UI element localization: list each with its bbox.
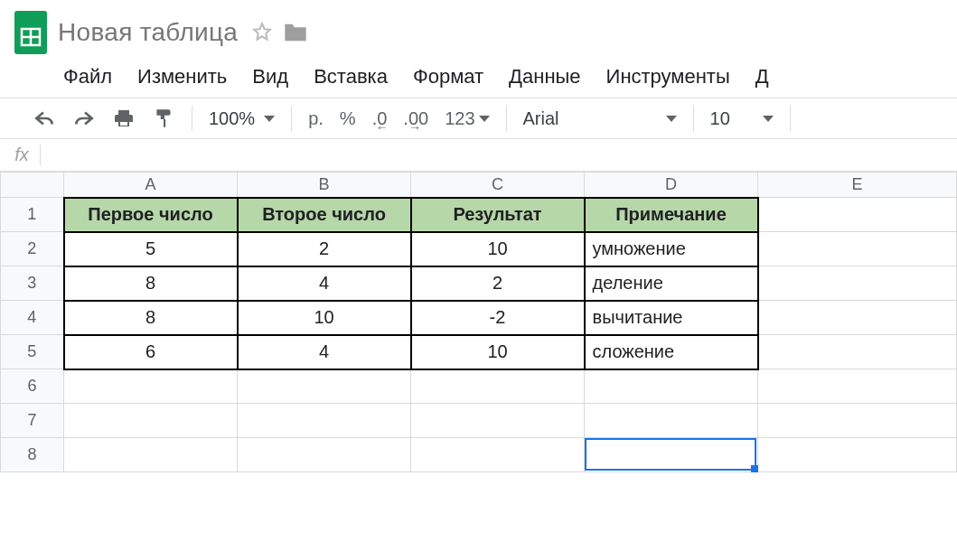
font-family-value: Arial [523, 108, 559, 129]
toolbar-separator [693, 106, 694, 131]
redo-icon[interactable] [72, 108, 96, 128]
cell-C5[interactable]: 10 [411, 335, 585, 369]
cell-D1[interactable]: Примечание [585, 198, 758, 232]
cell-A8[interactable] [64, 438, 238, 472]
dropdown-icon [763, 116, 774, 122]
cell-A7[interactable] [64, 404, 238, 438]
toolbar-separator [192, 106, 192, 131]
cell-A1[interactable]: Первое число [64, 198, 238, 232]
increase-decimal-button[interactable]: .00 → [403, 108, 428, 129]
column-header-B[interactable]: B [238, 173, 411, 198]
cell-D8[interactable] [585, 438, 758, 472]
cell-D5[interactable]: сложение [585, 335, 758, 369]
cell-A6[interactable] [64, 369, 238, 404]
cell-D4[interactable]: вычитание [585, 301, 758, 335]
row-header-5[interactable]: 5 [1, 335, 64, 369]
row-header-7[interactable]: 7 [1, 404, 64, 438]
document-title[interactable]: Новая таблица [58, 18, 238, 47]
cell-A5[interactable]: 6 [64, 335, 238, 369]
font-family-dropdown[interactable]: Arial [523, 108, 677, 129]
paint-format-icon[interactable] [152, 107, 175, 130]
cell-B5[interactable]: 4 [238, 335, 411, 369]
cell-E4[interactable] [758, 301, 957, 335]
cell-E6[interactable] [758, 369, 957, 404]
fx-icon[interactable]: fx [7, 145, 36, 165]
row-header-4[interactable]: 4 [1, 301, 64, 335]
dropdown-icon [479, 116, 490, 122]
column-header-D[interactable]: D [585, 173, 758, 198]
cell-C6[interactable] [411, 369, 585, 404]
cell-B1[interactable]: Второе число [238, 198, 411, 232]
cell-E3[interactable] [758, 266, 957, 301]
select-all-corner[interactable] [1, 173, 64, 198]
menu-edit[interactable]: Изменить [137, 65, 227, 89]
format-percent-button[interactable]: % [340, 108, 356, 129]
cell-E5[interactable] [758, 335, 957, 369]
sheets-logo-icon[interactable] [11, 7, 51, 58]
folder-icon[interactable] [283, 22, 308, 43]
print-icon[interactable] [112, 107, 136, 129]
row-header-6[interactable]: 6 [1, 369, 64, 404]
cell-E8[interactable] [758, 438, 957, 472]
row-header-8[interactable]: 8 [1, 438, 64, 472]
toolbar-separator [790, 106, 791, 131]
cell-A3[interactable]: 8 [64, 266, 238, 301]
menu-file[interactable]: Файл [63, 65, 112, 89]
font-size-value: 10 [710, 108, 730, 129]
cell-C4[interactable]: -2 [411, 301, 585, 335]
cell-A4[interactable]: 8 [64, 301, 238, 335]
header-area: Новая таблица Файл Изменить Вид Вставка … [0, 0, 957, 98]
more-formats-dropdown[interactable]: 123 [445, 108, 489, 129]
zoom-dropdown[interactable]: 100% [209, 108, 275, 129]
cell-C7[interactable] [411, 404, 585, 438]
menu-tools[interactable]: Инструменты [606, 65, 730, 89]
cell-B4[interactable]: 10 [238, 301, 411, 335]
zoom-value: 100% [209, 108, 255, 129]
menu-bar: Файл Изменить Вид Вставка Формат Данные … [0, 58, 957, 98]
cell-C8[interactable] [411, 438, 585, 472]
menu-view[interactable]: Вид [252, 65, 288, 89]
cell-D3[interactable]: деление [585, 266, 758, 301]
cell-D6[interactable] [585, 369, 758, 404]
formula-bar: fx [0, 139, 957, 172]
toolbar-separator [506, 106, 507, 131]
column-header-C[interactable]: C [411, 173, 585, 198]
cell-D2[interactable]: умножение [585, 232, 758, 266]
undo-icon[interactable] [33, 108, 56, 128]
fx-separator [40, 145, 41, 166]
cell-C3[interactable]: 2 [411, 266, 585, 301]
menu-addons-partial[interactable]: Д [755, 65, 769, 89]
dropdown-icon [666, 116, 677, 122]
decrease-decimal-button[interactable]: .0 ← [372, 108, 388, 129]
cell-E2[interactable] [758, 232, 957, 266]
cell-B3[interactable]: 4 [238, 266, 411, 301]
column-header-A[interactable]: A [64, 173, 238, 198]
cell-C2[interactable]: 10 [411, 232, 585, 266]
cell-B8[interactable] [238, 438, 411, 472]
font-size-dropdown[interactable]: 10 [710, 108, 774, 129]
cell-C1[interactable]: Результат [411, 198, 585, 232]
cell-E1[interactable] [758, 198, 957, 232]
format-currency-button[interactable]: р. [308, 108, 324, 129]
more-formats-label: 123 [445, 108, 474, 129]
toolbar: 100% р. % .0 ← .00 → 123 Arial 10 [0, 98, 957, 139]
row-header-2[interactable]: 2 [1, 232, 64, 266]
menu-insert[interactable]: Вставка [314, 65, 388, 89]
cell-B7[interactable] [238, 404, 411, 438]
cell-D7[interactable] [585, 404, 758, 438]
toolbar-separator [291, 106, 292, 131]
dropdown-icon [264, 116, 275, 122]
cell-B2[interactable]: 2 [238, 232, 411, 266]
column-header-E[interactable]: E [758, 173, 957, 198]
spreadsheet-grid[interactable]: A B C D E 1 Первое число Второе число Ре… [0, 172, 957, 472]
cell-A2[interactable]: 5 [64, 232, 238, 266]
menu-data[interactable]: Данные [509, 65, 580, 89]
formula-input[interactable] [44, 144, 957, 166]
star-icon[interactable] [250, 21, 274, 44]
row-header-3[interactable]: 3 [1, 266, 64, 301]
cell-E7[interactable] [758, 404, 957, 438]
row-header-1[interactable]: 1 [1, 198, 64, 232]
title-row: Новая таблица [0, 7, 957, 58]
cell-B6[interactable] [238, 369, 411, 404]
menu-format[interactable]: Формат [413, 65, 483, 89]
